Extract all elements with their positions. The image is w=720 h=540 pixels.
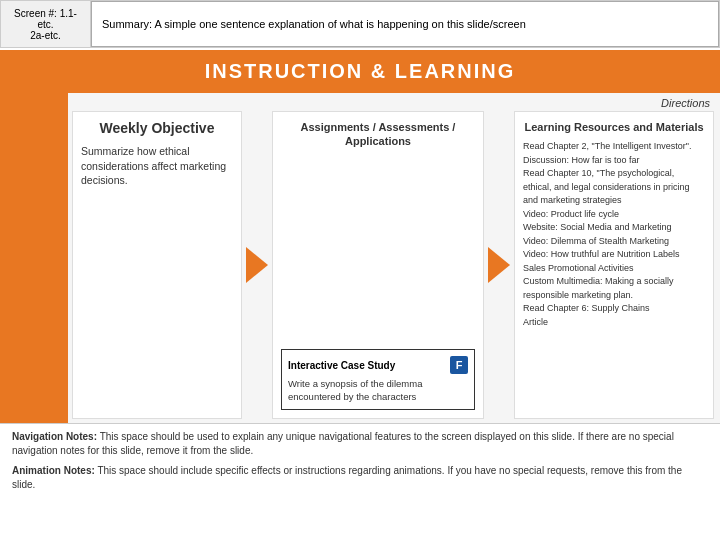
summary-text: Summary: A simple one sentence explanati…	[91, 1, 719, 47]
resource-item: Sales Promotional Activities	[523, 262, 705, 276]
navigation-note: Navigation Notes: This space should be u…	[12, 430, 708, 458]
resource-item: Read Chapter 2, "The Intelligent Investo…	[523, 140, 705, 154]
resource-item: Video: How truthful are Nutrition Labels	[523, 248, 705, 262]
case-study-box: Interactive Case Study F Write a synopsi…	[281, 349, 475, 410]
resources-header: Learning Resources and Materials	[523, 120, 705, 134]
resource-item: Website: Social Media and Marketing	[523, 221, 705, 235]
case-study-body: Write a synopsis of the dilemma encounte…	[288, 378, 468, 403]
animation-note: Animation Notes: This space should inclu…	[12, 464, 708, 492]
arrow-2	[484, 111, 514, 419]
resource-item: Article	[523, 316, 705, 330]
assignments-column: Assignments / Assessments / Applications…	[272, 111, 484, 419]
objective-column: Weekly Objective Summarize how ethical c…	[72, 111, 242, 419]
objective-header: Weekly Objective	[81, 120, 233, 136]
resource-item: Read Chapter 6: Supply Chains	[523, 302, 705, 316]
screen-label: Screen #: 1.1-etc. 2a-etc.	[1, 1, 91, 47]
main-header: INSTRUCTION & LEARNING	[0, 50, 720, 93]
arrow-1	[242, 111, 272, 419]
resources-column: Learning Resources and Materials Read Ch…	[514, 111, 714, 419]
objective-body: Summarize how ethical considerations aff…	[81, 144, 233, 188]
resource-item: Video: Product life cycle	[523, 208, 705, 222]
resource-item: Discussion: How far is too far	[523, 154, 705, 168]
directions-label: Directions	[661, 97, 710, 109]
animation-note-text: This space should include specific effec…	[12, 465, 682, 490]
resource-item: Read Chapter 10, "The psychological, eth…	[523, 167, 705, 208]
resource-item: Custom Multimedia: Making a socially res…	[523, 275, 705, 302]
arrow-shape-2	[488, 247, 510, 283]
case-study-badge: F	[450, 356, 468, 374]
bottom-notes: Navigation Notes: This space should be u…	[0, 423, 720, 504]
left-sidebar	[0, 93, 68, 423]
resource-item: Video: Dilemma of Stealth Marketing	[523, 235, 705, 249]
resources-body: Read Chapter 2, "The Intelligent Investo…	[523, 140, 705, 329]
navigation-note-text: This space should be used to explain any…	[12, 431, 674, 456]
arrow-shape-1	[246, 247, 268, 283]
assignments-header: Assignments / Assessments / Applications	[281, 120, 475, 149]
case-study-title: Interactive Case Study	[288, 360, 395, 371]
